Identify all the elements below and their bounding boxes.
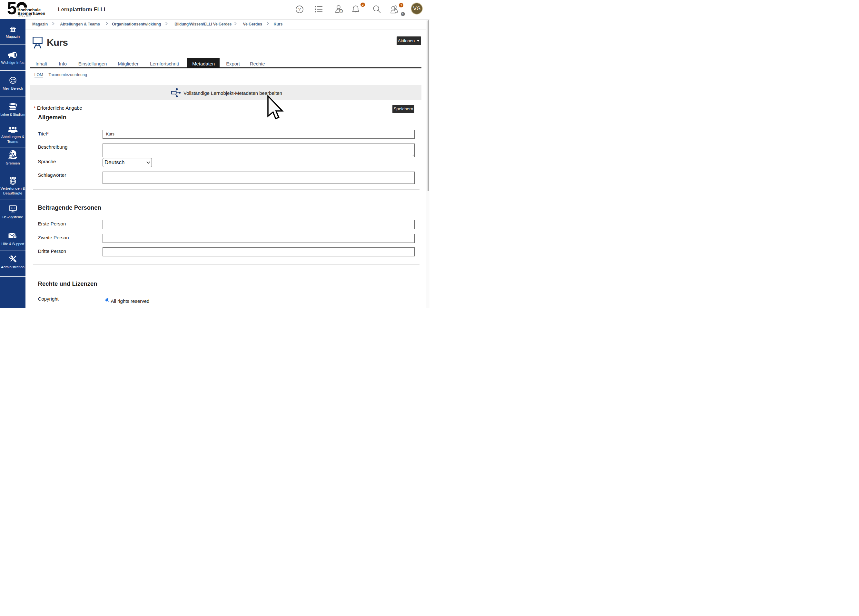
svg-text:5: 5 <box>7 0 17 18</box>
svg-text:?: ? <box>298 7 301 12</box>
svg-text:!: ! <box>340 10 342 13</box>
svg-text:1975 – 2025: 1975 – 2025 <box>17 15 31 17</box>
svg-text:?: ? <box>14 236 16 239</box>
